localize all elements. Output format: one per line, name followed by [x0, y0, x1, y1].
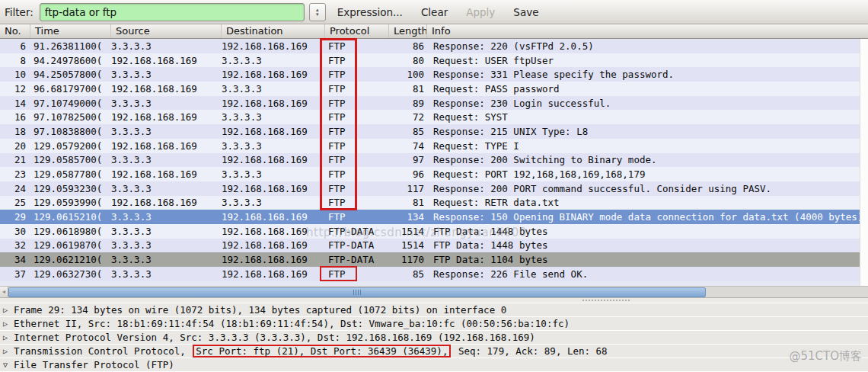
cell-protocol: FTP: [325, 268, 389, 280]
cell-destination: 192.168.168.169: [222, 226, 325, 237]
cell-length: 81: [389, 83, 427, 95]
column-header-no[interactable]: No.: [0, 24, 30, 38]
expander-triangle-icon[interactable]: ▷: [0, 333, 14, 342]
cell-no: 32: [0, 239, 30, 251]
cell-protocol: FTP: [325, 111, 389, 123]
column-header-protocol[interactable]: Protocol: [325, 24, 389, 38]
cell-protocol: FTP: [325, 140, 389, 152]
packet-row[interactable]: 37 129.0632730( 3.3.3.3 192.168.168.169 …: [0, 267, 860, 281]
cell-info: Response: 200 PORT command successful. C…: [427, 183, 860, 194]
column-header-info[interactable]: Info: [427, 24, 868, 38]
expander-triangle-icon[interactable]: ▷: [0, 306, 14, 314]
cell-time: 129.0619870(: [30, 239, 111, 251]
cell-info: Response: 215 UNIX Type: L8: [427, 126, 860, 137]
packet-row[interactable]: 8 94.24978600( 192.168.168.169 3.3.3.3 F…: [0, 53, 860, 68]
packet-row[interactable]: 21 129.0585700( 3.3.3.3 192.168.168.169 …: [0, 153, 860, 168]
cell-length: 1514: [389, 226, 427, 237]
cell-time: 129.0632730(: [30, 268, 111, 280]
cell-destination: 192.168.168.169: [222, 98, 325, 109]
packet-details-pane: ▷Frame 29: 134 bytes on wire (1072 bits)…: [0, 303, 868, 371]
column-header-time[interactable]: Time: [30, 24, 111, 38]
cell-source: 3.3.3.3: [111, 126, 222, 137]
scrollbar-left-arrow-icon[interactable]: ◂: [0, 287, 8, 297]
packet-row[interactable]: 25 129.0593990( 192.168.168.169 3.3.3.3 …: [0, 196, 860, 210]
cell-time: 96.68179700(: [30, 83, 111, 95]
cell-time: 129.0585700(: [30, 154, 111, 165]
detail-line[interactable]: ▽File Transfer Protocol (FTP): [0, 358, 868, 371]
detail-line[interactable]: ▷Frame 29: 134 bytes on wire (1072 bits)…: [0, 303, 868, 316]
packet-row[interactable]: 10 94.25057800( 3.3.3.3 192.168.168.169 …: [0, 67, 860, 82]
packet-row[interactable]: 32 129.0619870( 3.3.3.3 192.168.168.169 …: [0, 239, 860, 253]
packet-row[interactable]: 24 129.0593230( 3.3.3.3 192.168.168.169 …: [0, 181, 860, 196]
detail-text: File Transfer Protocol (FTP): [14, 359, 174, 370]
cell-destination: 3.3.3.3: [222, 111, 325, 123]
detail-line[interactable]: ▷Internet Protocol Version 4, Src: 3.3.3…: [0, 331, 868, 344]
cell-length: 97: [389, 154, 427, 165]
cell-destination: 3.3.3.3: [222, 197, 325, 208]
packet-row[interactable]: 6 91.26381100( 3.3.3.3 192.168.168.169 F…: [0, 39, 860, 53]
detail-text: Frame 29: 134 bytes on wire (1072 bits),…: [14, 304, 506, 316]
cell-info: FTP Data: 1448 bytes: [427, 239, 860, 251]
detail-text: Transmission Control Protocol, Src Port:…: [14, 345, 608, 358]
cell-protocol: FTP: [325, 40, 389, 52]
expander-triangle-icon[interactable]: ▷: [0, 319, 14, 328]
cell-length: 81: [389, 197, 427, 208]
packet-row[interactable]: 30 129.0618980( 3.3.3.3 192.168.168.169 …: [0, 224, 860, 239]
cell-protocol: FTP-DATA: [325, 226, 389, 237]
cell-length: 86: [389, 40, 427, 52]
cell-protocol: FTP-DATA: [325, 239, 389, 251]
save-button[interactable]: Save: [506, 3, 545, 21]
cell-protocol: FTP: [325, 154, 389, 165]
column-header-source[interactable]: Source: [111, 24, 222, 38]
vertical-scrollbar-gutter[interactable]: [860, 39, 868, 286]
cell-no: 34: [0, 254, 30, 265]
cell-source: 3.3.3.3: [111, 211, 222, 223]
packet-row[interactable]: 20 129.0579200( 192.168.168.169 3.3.3.3 …: [0, 139, 860, 153]
splitter-handle-icon[interactable]: [582, 300, 630, 301]
packet-row[interactable]: 34 129.0621210( 3.3.3.3 192.168.168.169 …: [0, 252, 860, 267]
cell-info: Response: 331 Please specify the passwor…: [427, 69, 860, 80]
cell-source: 3.3.3.3: [111, 98, 222, 109]
filter-input[interactable]: [40, 3, 305, 21]
cell-info: FTP Data: 1104 bytes: [427, 254, 860, 265]
column-header-destination[interactable]: Destination: [222, 24, 325, 38]
cell-no: 18: [0, 126, 30, 137]
packet-row[interactable]: 23 129.0587780( 192.168.168.169 3.3.3.3 …: [0, 167, 860, 181]
packet-row[interactable]: 16 97.10782500( 192.168.168.169 3.3.3.3 …: [0, 110, 860, 124]
packet-row[interactable]: 12 96.68179700( 192.168.168.169 3.3.3.3 …: [0, 82, 860, 96]
scrollbar-thumb[interactable]: [8, 287, 706, 297]
cell-length: 89: [389, 98, 427, 109]
expander-triangle-icon[interactable]: ▽: [0, 361, 14, 369]
pane-splitter[interactable]: [0, 298, 868, 303]
cell-source: 192.168.168.169: [111, 168, 222, 180]
column-header-length[interactable]: Length: [389, 24, 427, 38]
apply-button[interactable]: Apply: [459, 3, 502, 21]
cell-protocol: FTP: [325, 98, 389, 109]
packet-row[interactable]: 29 129.0615210( 3.3.3.3 192.168.168.169 …: [0, 210, 860, 224]
cell-info: Request: USER ftpUser: [427, 55, 860, 66]
horizontal-scrollbar[interactable]: ◂: [0, 286, 868, 298]
expander-triangle-icon[interactable]: ▷: [0, 347, 14, 355]
cell-source: 192.168.168.169: [111, 55, 222, 66]
cell-info: Request: PORT 192,168,168,169,168,179: [427, 168, 860, 180]
packet-row[interactable]: 18 97.10838800( 3.3.3.3 192.168.168.169 …: [0, 124, 860, 139]
cell-info: Response: 220 (vsFTPd 2.0.5): [427, 40, 860, 52]
detail-line[interactable]: ▷Transmission Control Protocol, Src Port…: [0, 345, 868, 358]
cell-protocol: FTP: [325, 126, 389, 137]
expression-button[interactable]: Expression...: [330, 3, 410, 21]
clear-button[interactable]: Clear: [414, 3, 455, 21]
cell-time: 129.0587780(: [30, 168, 111, 180]
packet-list: 6 91.26381100( 3.3.3.3 192.168.168.169 F…: [0, 39, 868, 286]
cell-time: 129.0579200(: [30, 140, 111, 152]
cell-length: 1170: [389, 254, 427, 265]
cell-time: 91.26381100(: [30, 40, 111, 52]
packet-row[interactable]: 14 97.10749000( 3.3.3.3 192.168.168.169 …: [0, 96, 860, 111]
cell-source: 3.3.3.3: [111, 239, 222, 251]
cell-protocol: FTP: [325, 55, 389, 66]
filter-dropdown-stepper[interactable]: ▴ ▾: [309, 3, 326, 21]
cell-no: 30: [0, 226, 30, 237]
cell-no: 8: [0, 55, 30, 66]
cell-length: 85: [389, 126, 427, 137]
detail-line[interactable]: ▷Ethernet II, Src: 18:b1:69:11:4f:54 (18…: [0, 317, 868, 330]
cell-time: 97.10749000(: [30, 98, 111, 109]
